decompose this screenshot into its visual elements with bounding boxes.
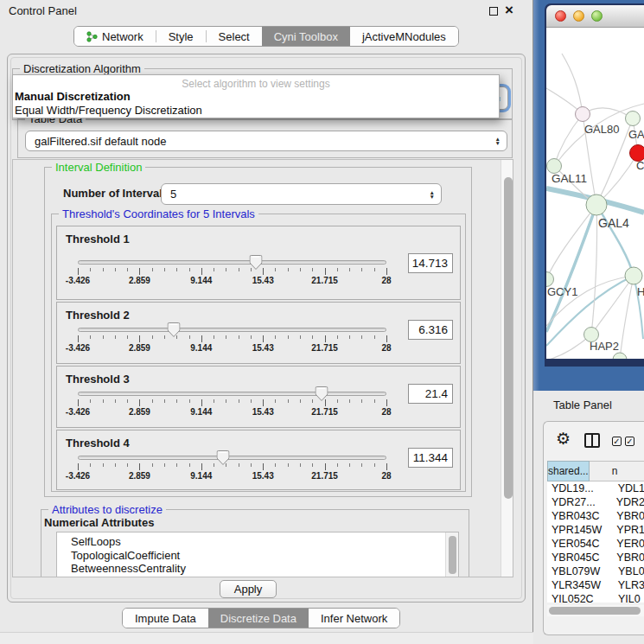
table-row[interactable]: YDR27...YDR2 <box>547 495 644 509</box>
network-node[interactable] <box>613 353 627 359</box>
table-row[interactable]: YLR345WYLR3 <box>547 578 644 592</box>
cell-name[interactable]: YIL0 <box>615 592 641 603</box>
table-row[interactable]: YBR043CYBR0 <box>547 509 644 523</box>
vertical-scrollbar[interactable] <box>501 160 513 577</box>
threshold-value-field[interactable]: 6.316 <box>408 320 453 340</box>
tab-discretize-data[interactable]: Discretize Data <box>208 609 309 628</box>
checkbox-icon[interactable]: ✓ <box>625 437 634 446</box>
number-of-intervals-combobox[interactable]: 5 ▲▼ <box>161 183 442 205</box>
list-scrollbar[interactable] <box>445 532 458 577</box>
network-node[interactable] <box>546 272 554 287</box>
numerical-attributes-list[interactable]: SelfLoopsTopologicalCoefficientBetweenne… <box>56 532 459 577</box>
slider-handle[interactable] <box>316 386 328 401</box>
cell-shared-name[interactable]: YDR27... <box>547 495 613 509</box>
table-row[interactable]: YER054CYER0 <box>547 537 644 551</box>
threshold-slider[interactable]: -3.4262.8599.14415.4321.71528 <box>78 260 386 291</box>
checkbox-icon[interactable]: ✓ <box>612 437 622 446</box>
slider-track[interactable] <box>78 392 386 396</box>
cell-shared-name[interactable]: YIL052C <box>547 592 615 603</box>
table-row[interactable]: YDL19...YDL1 <box>547 481 644 495</box>
tab-network[interactable]: Network <box>74 27 156 46</box>
slider-handle[interactable] <box>167 322 180 337</box>
threshold-slider[interactable]: -3.4262.8599.14415.4321.71528 <box>78 456 386 487</box>
cell-shared-name[interactable]: YPR145W <box>547 523 613 537</box>
slider-track[interactable] <box>78 456 386 460</box>
dropdown-option-equal-width[interactable]: Equal Width/Frequency Discretization <box>15 104 202 117</box>
apply-button[interactable]: Apply <box>220 580 277 598</box>
attribute-list-item[interactable]: BetweennessCentrality <box>57 562 458 576</box>
dropdown-option-manual[interactable]: Manual Discretization <box>15 90 131 103</box>
tab-select[interactable]: Select <box>207 27 262 46</box>
tick-label: 28 <box>381 276 391 285</box>
network-nodes[interactable]: GAL80GACGAL11GAL4GCY1HHAP2 <box>546 107 644 360</box>
column-header-name[interactable]: n <box>590 461 644 481</box>
table-row[interactable]: YIL052CYIL0 <box>547 592 644 603</box>
cell-name[interactable]: YLR3 <box>615 578 644 592</box>
zoom-traffic-light[interactable] <box>591 10 603 22</box>
network-canvas[interactable]: GAL80GACGAL11GAL4GCY1HHAP2 <box>546 28 644 359</box>
tick-mark <box>201 268 202 275</box>
tick-mark <box>90 335 91 339</box>
cell-name[interactable]: YPR1 <box>613 523 644 537</box>
network-window-titlebar[interactable] <box>546 5 644 28</box>
table-body[interactable]: YDL19...YDL1YDR27...YDR2YBR043CYBR0YPR14… <box>547 481 644 603</box>
cell-shared-name[interactable]: YBL079W <box>547 564 615 578</box>
cell-shared-name[interactable]: YBR045C <box>547 551 613 564</box>
table-row[interactable]: YBL079WYBL0 <box>547 564 644 578</box>
cell-shared-name[interactable]: YBR043C <box>547 509 613 523</box>
table-data-combobox[interactable]: galFiltered.sif default node ▲▼ <box>25 131 507 151</box>
tick-mark <box>103 463 104 467</box>
tab-jactivemnodules[interactable]: jActiveMNodules <box>350 27 458 46</box>
network-node[interactable] <box>586 194 607 215</box>
tab-style[interactable]: Style <box>156 27 206 46</box>
cell-name[interactable]: YBR0 <box>613 551 644 564</box>
network-node[interactable] <box>626 112 641 126</box>
cell-name[interactable]: YER0 <box>613 537 644 551</box>
column-header-shared[interactable]: shared... <box>547 461 590 481</box>
list-scrollbar-thumb[interactable] <box>449 536 456 574</box>
tick-mark <box>361 399 362 403</box>
threshold-value-field[interactable]: 14.713 <box>408 253 453 273</box>
attribute-list-item[interactable]: SelfLoops <box>57 535 458 549</box>
slider-handle[interactable] <box>250 255 263 270</box>
threshold-slider[interactable]: -3.4262.8599.14415.4321.71528 <box>78 392 386 423</box>
cell-name[interactable]: YDL1 <box>615 481 644 495</box>
horizontal-scrollbar[interactable] <box>547 605 644 616</box>
threshold-slider[interactable]: -3.4262.8599.14415.4321.71528 <box>78 328 386 359</box>
tick-mark <box>152 399 153 403</box>
cell-name[interactable]: YBR0 <box>613 509 644 523</box>
attribute-list-item[interactable]: TopologicalCoefficient <box>57 549 458 563</box>
tick-mark <box>300 268 301 271</box>
tick-mark <box>139 335 140 342</box>
threshold-value-field[interactable]: 21.4 <box>408 384 453 404</box>
table-row[interactable]: YBR045CYBR0 <box>547 551 644 564</box>
cell-name[interactable]: YDR2 <box>613 495 644 509</box>
table-row[interactable]: YPR145WYPR1 <box>547 523 644 537</box>
threshold-panel: Threshold 3 -3.4262.8599.14415.4321.7152… <box>56 366 461 428</box>
vertical-scrollbar-thumb[interactable] <box>504 177 513 499</box>
float-window-icon[interactable] <box>489 7 498 16</box>
slider-track[interactable] <box>78 328 386 332</box>
gear-icon[interactable]: ⚙ <box>556 429 571 449</box>
columns-icon[interactable] <box>584 433 600 448</box>
network-node[interactable] <box>547 159 562 174</box>
tab-impute-data[interactable]: Impute Data <box>123 609 208 628</box>
tab-infer-network[interactable]: Infer Network <box>309 609 399 628</box>
close-icon[interactable]: × <box>505 2 513 19</box>
tick-mark <box>127 335 128 339</box>
cell-name[interactable]: YBL0 <box>615 564 644 578</box>
network-node[interactable] <box>576 107 590 122</box>
cell-shared-name[interactable]: YDL19... <box>547 481 615 495</box>
network-node[interactable] <box>625 267 642 284</box>
slider-handle[interactable] <box>216 450 229 465</box>
slider-track[interactable] <box>78 260 386 265</box>
cell-shared-name[interactable]: YLR345W <box>547 578 615 592</box>
threshold-value-field[interactable]: 11.344 <box>408 448 453 468</box>
close-traffic-light[interactable] <box>555 10 566 22</box>
cell-shared-name[interactable]: YER054C <box>547 537 613 551</box>
tick-mark <box>312 268 313 271</box>
tab-cyni-toolbox[interactable]: Cyni Toolbox <box>262 27 350 46</box>
minimize-traffic-light[interactable] <box>573 10 584 22</box>
threshold-label: Threshold 3 <box>66 373 130 386</box>
horizontal-scrollbar-thumb[interactable] <box>549 607 641 615</box>
